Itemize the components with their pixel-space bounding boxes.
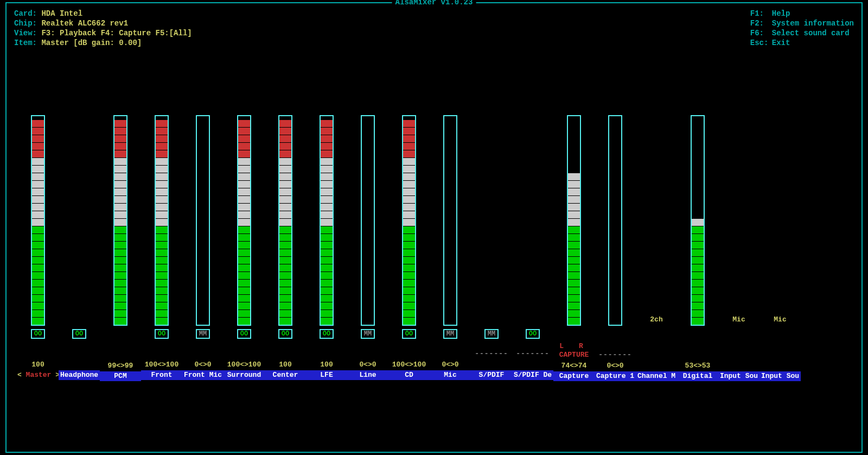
- channel-enum-value[interactable]: 2ch: [650, 115, 662, 326]
- channel[interactable]: 53<>53Digital: [677, 115, 718, 381]
- help-f6-key[interactable]: F6:: [750, 28, 772, 38]
- channel[interactable]: OO100Center: [265, 115, 306, 381]
- volume-bar[interactable]: [31, 115, 45, 326]
- channel[interactable]: OO -------S/PDIF De: [512, 115, 553, 381]
- channel[interactable]: OO100<>100CD: [388, 115, 430, 381]
- volume-bar[interactable]: [443, 115, 457, 326]
- mute-toggle[interactable]: MM: [196, 329, 210, 339]
- channel-enum-value[interactable]: Mic: [732, 115, 745, 326]
- channel-value: 53<>53: [685, 362, 711, 370]
- mute-toggle[interactable]: MM: [484, 329, 499, 339]
- channel-name[interactable]: Center: [265, 370, 306, 380]
- mute-toggle[interactable]: OO: [237, 329, 251, 339]
- channel-name[interactable]: Capture 1: [595, 371, 636, 381]
- mute-toggle[interactable]: MM: [443, 329, 457, 339]
- item-label: Item:: [14, 39, 37, 47]
- mute-toggle[interactable]: OO: [31, 329, 45, 339]
- channel-value: 100: [279, 361, 291, 369]
- volume-bar[interactable]: [320, 115, 334, 326]
- help-esc-key[interactable]: Esc:: [750, 38, 772, 48]
- app-frame: AlsaMixer v1.0.23 Card: HDA Intel Chip: …: [5, 2, 863, 453]
- channel[interactable]: OO100LFE: [306, 115, 347, 381]
- volume-bar[interactable]: [361, 115, 375, 326]
- channel-name[interactable]: Digital: [677, 371, 718, 381]
- view-f4[interactable]: F4: Capture: [101, 29, 151, 37]
- channel-name[interactable]: Line: [347, 370, 388, 380]
- channel-enum-value[interactable]: Mic: [774, 115, 786, 326]
- channel-spacer: [72, 115, 86, 326]
- capture-indicator: -------: [598, 342, 632, 361]
- channel[interactable]: MM0<>0Front Mic: [182, 115, 224, 381]
- channel-name[interactable]: CD: [388, 370, 430, 380]
- help-panel: F1:Help F2:System information F6:Select …: [750, 9, 854, 48]
- mute-toggle[interactable]: OO: [526, 329, 540, 339]
- help-f1-desc: Help: [772, 9, 790, 18]
- channel-name[interactable]: Input Sou: [760, 371, 801, 381]
- volume-bar[interactable]: [196, 115, 210, 326]
- mixer-area: OO100< Master >OOHeadphone99<>99PCMOO100…: [17, 115, 851, 381]
- channel-name[interactable]: Front: [141, 370, 182, 380]
- volume-bar[interactable]: [237, 115, 251, 326]
- help-f6-desc: Select sound card: [772, 29, 850, 37]
- volume-bar[interactable]: [567, 115, 581, 326]
- mute-toggle[interactable]: OO: [72, 329, 86, 339]
- channel[interactable]: MicInput Sou: [718, 115, 760, 381]
- card-value: HDA Intel: [41, 9, 82, 18]
- channel[interactable]: 99<>99PCM: [100, 115, 141, 381]
- channel-name[interactable]: LFE: [306, 370, 347, 380]
- channel-value: 0<>0: [607, 362, 623, 370]
- channel-value: 100<>100: [227, 361, 261, 369]
- channel[interactable]: -------0<>0Capture 1: [595, 115, 636, 381]
- volume-bar[interactable]: [155, 115, 169, 326]
- channel[interactable]: OO100<>100Surround: [224, 115, 265, 381]
- mute-toggle[interactable]: OO: [320, 329, 334, 339]
- view-f3[interactable]: F3: Playback: [41, 29, 96, 37]
- channel[interactable]: OO100< Master >: [17, 115, 59, 381]
- channel[interactable]: MM -------S/PDIF: [471, 115, 512, 381]
- channel-value: 0<>0: [442, 361, 458, 369]
- channel-name[interactable]: Headphone: [59, 370, 100, 380]
- channel[interactable]: OO100<>100Front: [141, 115, 182, 381]
- channel[interactable]: MM0<>0Mic: [430, 115, 471, 381]
- mute-toggle[interactable]: MM: [361, 329, 375, 339]
- channel-value: 0<>0: [194, 361, 211, 369]
- volume-bar[interactable]: [278, 115, 292, 326]
- channel-name[interactable]: Front Mic: [182, 370, 224, 380]
- volume-bar[interactable]: [691, 115, 705, 326]
- help-f2-desc: System information: [772, 19, 854, 28]
- channel-name[interactable]: Surround: [224, 370, 265, 380]
- help-f2-key[interactable]: F2:: [750, 18, 772, 28]
- help-f1-key[interactable]: F1:: [750, 9, 772, 18]
- app-title: AlsaMixer v1.0.23: [392, 0, 476, 7]
- info-panel: Card: HDA Intel Chip: Realtek ALC662 rev…: [14, 9, 192, 48]
- volume-bar[interactable]: [608, 115, 622, 326]
- mute-toggle[interactable]: OO: [155, 329, 169, 339]
- channel[interactable]: 2chChannel M: [636, 115, 677, 381]
- channel-name[interactable]: < Master >: [17, 370, 59, 380]
- view-f5[interactable]: F5:: [155, 29, 169, 37]
- view-label: View:: [14, 29, 37, 37]
- mute-toggle[interactable]: OO: [278, 329, 292, 339]
- channel-name[interactable]: S/PDIF: [471, 370, 512, 380]
- capture-indicator: -------: [516, 341, 550, 359]
- volume-bar[interactable]: [113, 115, 127, 326]
- channel[interactable]: OOHeadphone: [59, 115, 100, 381]
- channel-spacer: [526, 115, 540, 326]
- channel-name[interactable]: Channel M: [636, 371, 677, 381]
- volume-bar[interactable]: [402, 115, 416, 326]
- channel-value: 100<>100: [145, 361, 178, 369]
- mute-toggle[interactable]: OO: [402, 329, 416, 339]
- channel[interactable]: MM0<>0Line: [347, 115, 388, 381]
- channel-name[interactable]: Input Sou: [718, 371, 760, 381]
- channel-value: 99<>99: [108, 362, 133, 370]
- channel[interactable]: MicInput Sou: [760, 115, 801, 381]
- channel-name[interactable]: S/PDIF De: [512, 370, 553, 380]
- channel[interactable]: L RCAPTURE74<>74Capture: [553, 115, 595, 381]
- help-esc-desc: Exit: [772, 39, 790, 47]
- channel-name[interactable]: Mic: [430, 370, 471, 380]
- channel-name[interactable]: Capture: [553, 371, 595, 381]
- channel-value: 100: [31, 361, 44, 369]
- capture-indicator: L RCAPTURE: [559, 342, 589, 361]
- view-all[interactable]: [All]: [169, 29, 192, 37]
- channel-name[interactable]: PCM: [100, 371, 141, 381]
